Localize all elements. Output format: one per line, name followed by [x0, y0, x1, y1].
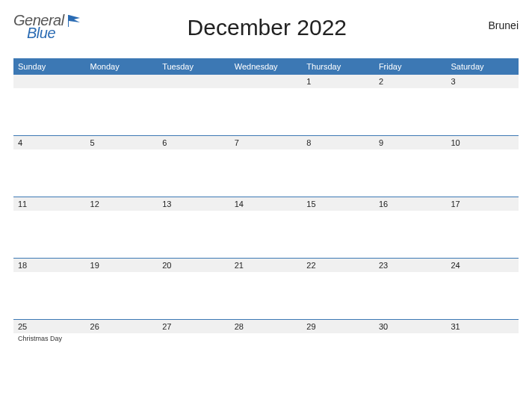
- week-row: 1 2 3: [13, 74, 519, 135]
- weekday-header: Monday: [86, 59, 158, 74]
- day-number: [86, 75, 158, 88]
- day-cell: 4: [13, 136, 86, 197]
- day-cell: 23: [374, 259, 447, 319]
- day-cell: 30: [374, 320, 447, 380]
- day-number: 20: [158, 259, 230, 272]
- day-cell: 14: [230, 197, 303, 258]
- day-cell: 31: [446, 320, 519, 380]
- day-number: [158, 75, 230, 88]
- day-number: 10: [446, 136, 519, 149]
- day-cell: 6: [158, 136, 230, 197]
- day-cell: 24: [446, 259, 519, 319]
- day-cell: 26: [86, 320, 158, 380]
- day-number: 30: [374, 320, 447, 333]
- week-row: 25 Christmas Day 26 27 28 29 30 31: [13, 319, 519, 380]
- logo-text: General Blue: [13, 10, 64, 40]
- day-cell: 13: [158, 197, 230, 258]
- weekday-header: Saturday: [446, 59, 519, 74]
- day-number: 17: [446, 197, 519, 211]
- day-cell: 5: [86, 136, 158, 197]
- day-cell: 8: [302, 136, 374, 197]
- week-row: 4 5 6 7 8 9 10: [13, 135, 519, 197]
- day-number: 28: [230, 320, 303, 333]
- day-cell: 15: [302, 197, 374, 258]
- day-cell: 27: [158, 320, 230, 380]
- day-number: 9: [374, 136, 447, 149]
- brand-logo: General Blue: [13, 10, 83, 40]
- day-number: 12: [86, 197, 158, 211]
- day-number: 29: [302, 320, 374, 333]
- flag-icon: [66, 13, 83, 31]
- weekday-header: Friday: [374, 59, 447, 74]
- weekday-header: Sunday: [13, 59, 86, 74]
- day-cell: 20: [158, 259, 230, 319]
- day-number: 16: [374, 197, 447, 211]
- week-row: 18 19 20 21 22 23 24: [13, 258, 519, 319]
- day-number: 2: [374, 75, 447, 88]
- day-cell: 22: [302, 259, 374, 319]
- calendar-grid: Sunday Monday Tuesday Wednesday Thursday…: [13, 58, 519, 380]
- day-number: 4: [13, 136, 86, 149]
- day-number: 11: [13, 197, 86, 211]
- day-number: [230, 75, 303, 88]
- day-cell: 2: [374, 75, 447, 135]
- day-number: 24: [446, 259, 519, 272]
- weekday-header: Thursday: [302, 59, 374, 74]
- day-cell: 29: [302, 320, 374, 380]
- day-number: 26: [86, 320, 158, 333]
- day-cell: 10: [446, 136, 519, 197]
- day-cell: 9: [374, 136, 447, 197]
- day-cell: 1: [302, 75, 374, 135]
- day-cell: 7: [230, 136, 303, 197]
- weekday-header: Tuesday: [158, 59, 230, 74]
- day-cell: 25 Christmas Day: [13, 320, 86, 380]
- day-cell: [86, 75, 158, 135]
- day-number: 31: [446, 320, 519, 333]
- calendar-header: General Blue December 2022 Brunei: [13, 10, 519, 48]
- day-cell: 16: [374, 197, 447, 258]
- region-label: Brunei: [451, 10, 519, 31]
- day-number: 5: [86, 136, 158, 149]
- weekday-header: Wednesday: [230, 59, 303, 74]
- day-number: 15: [302, 197, 374, 211]
- day-number: 14: [230, 197, 303, 211]
- day-number: 7: [230, 136, 303, 149]
- day-cell: 11: [13, 197, 86, 258]
- day-cell: [230, 75, 303, 135]
- day-cell: 28: [230, 320, 303, 380]
- day-cell: 18: [13, 259, 86, 319]
- calendar-title: December 2022: [83, 10, 451, 40]
- weekday-header-row: Sunday Monday Tuesday Wednesday Thursday…: [13, 58, 519, 74]
- day-number: 18: [13, 259, 86, 272]
- day-number: [13, 75, 86, 88]
- day-cell: 19: [86, 259, 158, 319]
- day-number: 23: [374, 259, 447, 272]
- day-number: 13: [158, 197, 230, 211]
- day-number: 27: [158, 320, 230, 333]
- day-number: 8: [302, 136, 374, 149]
- day-number: 25: [13, 320, 86, 333]
- day-cell: 3: [446, 75, 519, 135]
- day-number: 3: [446, 75, 519, 88]
- day-event: Christmas Day: [13, 333, 86, 344]
- day-cell: 21: [230, 259, 303, 319]
- week-row: 11 12 13 14 15 16 17: [13, 197, 519, 258]
- day-cell: 12: [86, 197, 158, 258]
- day-number: 22: [302, 259, 374, 272]
- day-number: 21: [230, 259, 303, 272]
- day-number: 1: [302, 75, 374, 88]
- day-cell: [13, 75, 86, 135]
- day-number: 19: [86, 259, 158, 272]
- day-cell: 17: [446, 197, 519, 258]
- day-number: 6: [158, 136, 230, 149]
- day-cell: [158, 75, 230, 135]
